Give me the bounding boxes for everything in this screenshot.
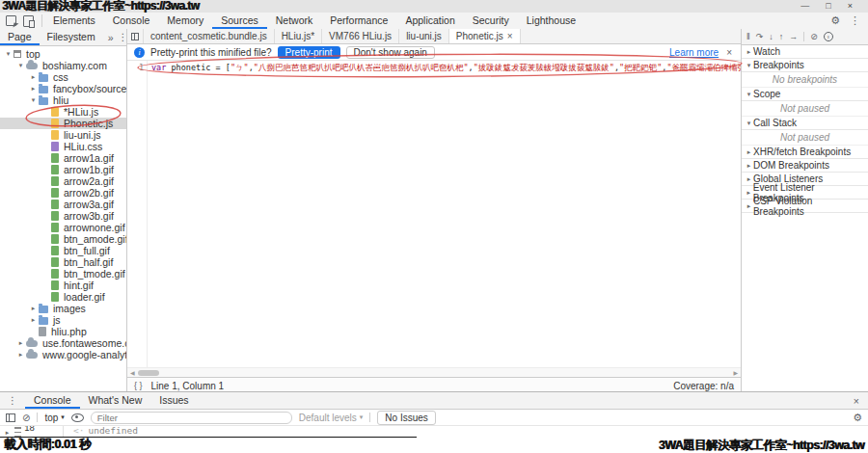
tree-item-arrow3a-gif[interactable]: arrow3a.gif [0, 199, 126, 210]
main-tab-security[interactable]: Security [464, 13, 518, 29]
infobar-close-icon[interactable]: × [724, 47, 734, 58]
pretty-print-button[interactable]: Pretty-print [278, 46, 340, 59]
tree-item-js[interactable]: ▸js [0, 314, 126, 326]
deactivate-breakpoints-icon[interactable]: ⊘ [810, 33, 818, 41]
drawer-kebab-icon[interactable]: ⋮ [0, 392, 25, 409]
expander-icon[interactable]: ▸ [29, 85, 38, 93]
tree-item-btn-full-gif[interactable]: btn_full.gif [0, 245, 126, 256]
sidebar-tab-filesystem[interactable]: Filesystem [40, 29, 103, 45]
main-tab-console[interactable]: Console [104, 13, 159, 29]
editor-tab-content-cosmetic-bundle-js[interactable]: content_cosmetic.bundle.js [144, 29, 275, 43]
tree-item-arrow1b-gif[interactable]: arrow1b.gif [0, 164, 126, 175]
toggle-navigator-icon[interactable] [127, 29, 144, 43]
tree-item-hliu-php[interactable]: hliu.php [0, 326, 126, 337]
tree-item-hliu-js[interactable]: *HLiu.js [0, 106, 126, 118]
tree-item-top[interactable]: ▾top [0, 48, 126, 60]
log-levels-selector[interactable]: Default levels ▾ [299, 413, 364, 423]
console-filter-input[interactable] [91, 412, 292, 424]
expander-icon[interactable]: ▾ [4, 50, 13, 58]
expander-icon[interactable]: ▸ [3, 429, 12, 437]
tree-item-loader-gif[interactable]: loader.gif [0, 291, 126, 303]
clear-console-icon[interactable]: ⊘ [22, 413, 30, 423]
scrollbar-thumb[interactable] [138, 370, 159, 376]
main-tab-lighthouse[interactable]: Lighthouse [518, 13, 584, 29]
step-over-icon[interactable]: ↷ [756, 33, 764, 41]
expander-icon[interactable]: ▾ [16, 62, 25, 69]
live-expression-eye-icon[interactable] [71, 413, 84, 422]
context-selector[interactable]: top ▾ [44, 413, 64, 423]
tree-item-phonetic-js[interactable]: Phonetic.js [0, 118, 126, 129]
debugger-section-csp-violation-breakpoints[interactable]: ▸CSP Violation Breakpoints [742, 200, 868, 213]
horizontal-scrollbar[interactable]: ◀ ▶ [127, 367, 741, 377]
main-tab-elements[interactable]: Elements [44, 13, 104, 29]
pause-on-exceptions-icon[interactable]: ‖ [824, 32, 833, 41]
device-toolbar-icon[interactable] [23, 15, 34, 27]
scroll-right-icon[interactable]: ▶ [730, 369, 741, 376]
tree-item-css[interactable]: ▸css [0, 71, 126, 83]
expander-icon[interactable]: ▸ [29, 73, 38, 81]
drawer-tab-what-s-new[interactable]: What's New [80, 392, 151, 409]
more-tabs-button[interactable]: » [103, 29, 119, 45]
console-sidebar-icon[interactable] [6, 413, 15, 422]
inspect-element-icon[interactable] [6, 15, 16, 26]
pretty-print-braces-icon[interactable]: { } [134, 381, 143, 390]
expander-icon[interactable]: ▸ [16, 339, 25, 347]
tree-item-boshiamy-com[interactable]: ▾boshiamy.com [0, 60, 126, 71]
drawer-close-icon[interactable]: × [845, 392, 868, 409]
pause-script-icon[interactable]: ‖ [746, 33, 750, 41]
tree-item-arrow2b-gif[interactable]: arrow2b.gif [0, 187, 126, 199]
kebab-menu-icon[interactable]: ⋮ [850, 14, 860, 27]
editor-tab-phonetic-js[interactable]: Phonetic.js× [449, 29, 521, 43]
expander-icon[interactable]: ▸ [29, 316, 38, 324]
step-into-icon[interactable]: ↓ [769, 33, 773, 41]
main-tab-sources[interactable]: Sources [212, 13, 267, 29]
editor-tab-liu-uni-js[interactable]: liu-uni.js [399, 29, 449, 43]
tree-item-btn-amode-gif[interactable]: btn_amode.gif [0, 233, 126, 245]
expander-icon[interactable]: ▾ [29, 96, 38, 104]
maximize-button[interactable]: □ [826, 2, 830, 11]
expander-icon[interactable]: ▸ [16, 351, 25, 359]
code-area[interactable]: 1 var phonetic = ["ㄅ","八捌巴疤芭笆粑叭扒吧吧仈朳峇岜疤笆… [127, 61, 741, 367]
tree-item-arrow3b-gif[interactable]: arrow3b.gif [0, 210, 126, 222]
tree-item-arrow2a-gif[interactable]: arrow2a.gif [0, 175, 126, 187]
debugger-section-xhr-fetch-breakpoints[interactable]: ▸XHR/fetch Breakpoints [742, 146, 868, 159]
main-tab-performance[interactable]: Performance [321, 13, 396, 29]
main-tab-network[interactable]: Network [267, 13, 322, 29]
debugger-section-call-stack[interactable]: ▾Call Stack [742, 117, 868, 130]
tree-item-hint-gif[interactable]: hint.gif [0, 280, 126, 291]
settings-gear-icon[interactable]: ⚙ [830, 14, 840, 27]
console-settings-gear-icon[interactable]: ⚙ [853, 412, 862, 424]
minimize-button[interactable]: — [800, 2, 809, 11]
tree-item-arrownone-gif[interactable]: arrownone.gif [0, 222, 126, 233]
editor-tab-hliu-js[interactable]: HLiu.js* [275, 29, 322, 43]
tree-item-www-google-analytics-com[interactable]: ▸www.google-analytics.com [0, 349, 126, 360]
debugger-section-dom-breakpoints[interactable]: ▸DOM Breakpoints [742, 159, 868, 173]
tree-item-liu-uni-js[interactable]: liu-uni.js [0, 129, 126, 141]
tree-item-btn-tmode-gif[interactable]: btn_tmode.gif [0, 268, 126, 280]
tree-item-fancybox-source[interactable]: ▸fancybox/source [0, 83, 126, 94]
main-tab-memory[interactable]: Memory [158, 13, 212, 29]
step-icon[interactable]: → [789, 33, 798, 41]
tree-item-images[interactable]: ▸images [0, 303, 126, 314]
tree-item-btn-half-gif[interactable]: btn_half.gif [0, 256, 126, 268]
tree-item-use-fontawesome-com[interactable]: ▸use.fontawesome.com [0, 337, 126, 349]
tree-item-hliu-css[interactable]: HLiu.css [0, 141, 126, 152]
learn-more-link[interactable]: Learn more [669, 47, 719, 58]
dont-show-again-button[interactable]: Don't show again [346, 46, 435, 59]
tree-item-hliu[interactable]: ▾hliu [0, 94, 126, 106]
main-tab-application[interactable]: Application [396, 13, 463, 29]
step-out-icon[interactable]: ↑ [779, 33, 784, 41]
expander-icon[interactable]: ▸ [29, 305, 38, 312]
tree-item-arrow1a-gif[interactable]: arrow1a.gif [0, 152, 126, 164]
close-button[interactable]: × [848, 2, 853, 11]
navigator-kebab-icon[interactable]: ⋮ [119, 29, 127, 45]
debugger-section-watch[interactable]: ▸Watch [742, 45, 868, 59]
sidebar-tab-page[interactable]: Page [0, 29, 40, 45]
debugger-section-breakpoints[interactable]: ▾Breakpoints [742, 59, 868, 72]
close-tab-icon[interactable]: × [507, 31, 513, 41]
no-issues-badge[interactable]: No Issues [377, 411, 435, 425]
drawer-tab-issues[interactable]: Issues [150, 392, 197, 409]
drawer-tab-console[interactable]: Console [25, 392, 80, 409]
scroll-left-icon[interactable]: ◀ [127, 369, 138, 376]
debugger-section-scope[interactable]: ▾Scope [742, 88, 868, 101]
